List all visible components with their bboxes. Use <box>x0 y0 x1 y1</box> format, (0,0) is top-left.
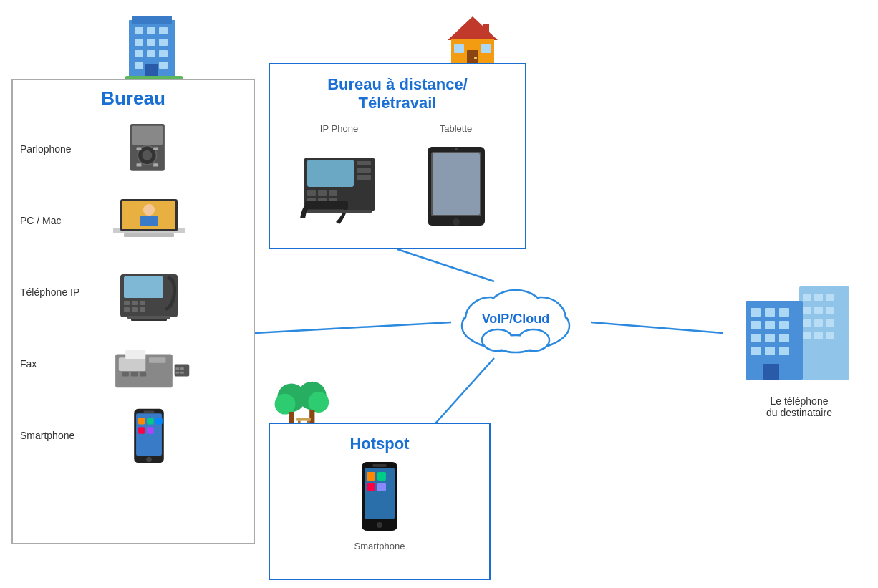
parlophone-icon <box>106 117 192 181</box>
svg-rect-37 <box>140 301 145 305</box>
svg-rect-83 <box>305 201 348 209</box>
hotspot-items: Smartphone <box>281 461 478 551</box>
svg-rect-102 <box>372 464 387 467</box>
svg-rect-12 <box>135 50 143 57</box>
destination-label: Le téléphonedu destinataire <box>742 395 857 418</box>
svg-rect-76 <box>329 190 337 196</box>
bureau-item-telephone-ip: Téléphone IP <box>20 260 246 324</box>
bureau-item-smartphone: Smartphone <box>20 403 246 468</box>
svg-rect-16 <box>159 62 168 69</box>
svg-rect-52 <box>180 367 184 370</box>
svg-rect-127 <box>826 307 834 314</box>
svg-rect-129 <box>814 319 823 327</box>
svg-point-101 <box>377 522 382 528</box>
svg-rect-69 <box>454 44 464 53</box>
remote-item-ipphone: IP Phone <box>296 123 382 233</box>
bureau-item-fax: Fax <box>20 332 246 396</box>
svg-point-91 <box>275 394 296 415</box>
pc-icon <box>106 188 192 253</box>
svg-rect-34 <box>124 276 163 298</box>
voip-cloud: VoIP/Cloud <box>444 272 587 365</box>
svg-rect-141 <box>751 334 761 342</box>
remote-items: IP Phone <box>281 123 514 233</box>
svg-point-57 <box>146 456 152 462</box>
parlophone-label: Parlophone <box>20 143 99 155</box>
svg-rect-48 <box>149 357 165 363</box>
svg-rect-26 <box>153 163 158 166</box>
svg-point-30 <box>143 204 155 216</box>
svg-rect-10 <box>147 39 155 46</box>
svg-rect-44 <box>119 357 146 371</box>
svg-rect-8 <box>159 27 168 34</box>
bureau-box: Bureau Parlophone PC / Mac <box>11 79 255 544</box>
svg-rect-24 <box>153 147 158 150</box>
svg-rect-35 <box>124 301 130 305</box>
svg-rect-105 <box>367 483 375 491</box>
svg-rect-131 <box>803 332 811 339</box>
svg-rect-132 <box>814 332 823 339</box>
svg-rect-73 <box>307 160 354 187</box>
svg-line-0 <box>255 322 451 333</box>
svg-rect-54 <box>180 371 184 373</box>
svg-rect-59 <box>138 418 145 424</box>
fax-label: Fax <box>20 358 99 370</box>
hotspot-title: Hotspot <box>281 435 478 453</box>
svg-point-89 <box>455 148 458 150</box>
svg-marker-64 <box>448 16 498 40</box>
svg-rect-51 <box>176 367 180 370</box>
svg-rect-104 <box>377 472 386 481</box>
bureau-item-parlophone: Parlophone <box>20 117 246 181</box>
svg-rect-53 <box>176 371 180 373</box>
svg-rect-145 <box>765 347 775 355</box>
voip-label: VoIP/Cloud <box>482 312 550 327</box>
svg-rect-136 <box>765 308 775 317</box>
svg-point-120 <box>497 337 534 351</box>
svg-point-94 <box>308 392 329 413</box>
svg-rect-42 <box>131 319 167 321</box>
svg-rect-75 <box>318 190 327 196</box>
svg-rect-36 <box>132 301 138 305</box>
bureau-title: Bureau <box>20 87 246 110</box>
svg-rect-11 <box>159 39 168 46</box>
svg-point-88 <box>453 218 460 226</box>
svg-rect-60 <box>147 418 153 424</box>
svg-rect-63 <box>147 427 153 433</box>
svg-rect-5 <box>132 16 172 24</box>
svg-rect-143 <box>779 334 789 342</box>
svg-rect-106 <box>377 483 386 491</box>
svg-rect-70 <box>481 44 491 53</box>
hotspot-box: Hotspot Smartphone <box>269 423 491 580</box>
svg-rect-74 <box>307 190 316 196</box>
svg-rect-138 <box>751 321 761 329</box>
svg-rect-125 <box>803 307 811 314</box>
svg-rect-82 <box>357 175 371 180</box>
svg-rect-81 <box>357 168 371 173</box>
destination-icon: Le téléphonedu destinataire <box>742 272 857 415</box>
svg-rect-9 <box>135 39 143 46</box>
svg-rect-96 <box>296 418 311 421</box>
svg-rect-61 <box>155 418 162 424</box>
svg-rect-25 <box>137 163 142 166</box>
svg-point-22 <box>142 150 152 160</box>
svg-rect-80 <box>357 161 371 165</box>
hotspot-item-smartphone: Smartphone <box>354 461 405 551</box>
svg-rect-126 <box>814 307 823 314</box>
svg-rect-103 <box>367 472 375 481</box>
ipphone-label: IP Phone <box>296 123 382 134</box>
pc-label: PC / Mac <box>20 215 99 226</box>
svg-rect-13 <box>147 50 155 57</box>
svg-rect-32 <box>124 233 174 237</box>
fax-icon <box>106 332 192 396</box>
svg-rect-146 <box>779 347 789 355</box>
svg-rect-20 <box>132 126 163 145</box>
remote-box: Bureau à distance/Télétravail IP Phone <box>269 63 526 249</box>
svg-rect-137 <box>779 308 789 317</box>
svg-rect-123 <box>814 294 823 301</box>
svg-line-3 <box>591 322 723 333</box>
svg-rect-84 <box>307 210 372 213</box>
smartphone-label: Smartphone <box>20 430 99 441</box>
svg-rect-23 <box>137 147 142 150</box>
svg-rect-124 <box>826 294 834 301</box>
house-icon <box>444 13 501 67</box>
svg-rect-135 <box>751 308 761 317</box>
